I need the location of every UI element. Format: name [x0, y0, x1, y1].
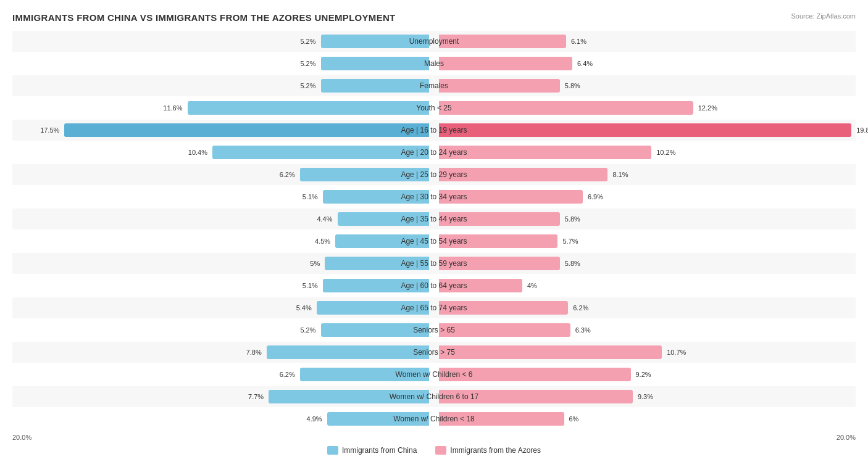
- legend-azores-label: Immigrants from the Azores: [450, 446, 541, 455]
- axis-bottom: 20.0% 20.0%: [12, 431, 856, 441]
- azores-value: 19.8%: [856, 126, 868, 134]
- azores-value: 6.9%: [588, 193, 603, 200]
- bar-china: 7.8%: [267, 345, 429, 359]
- bar-azores: 12.2%: [439, 101, 693, 115]
- azores-value: 5.8%: [565, 82, 580, 89]
- bar-china: 17.5%: [64, 123, 429, 137]
- bar-china: 5.2%: [321, 79, 430, 93]
- azores-value: 5.8%: [565, 260, 580, 267]
- chart-row: 11.6% Youth < 25 12.2%: [12, 97, 856, 118]
- china-value: 4.5%: [315, 238, 330, 245]
- chart-row: 5.2% Unemployment 6.1%: [12, 31, 856, 52]
- chart-title: IMMIGRANTS FROM CHINA VS IMMIGRANTS FROM…: [12, 12, 396, 23]
- legend: Immigrants from China Immigrants from th…: [12, 446, 856, 455]
- chart-row: 5.1% Age | 30 to 34 years 6.9%: [12, 186, 856, 207]
- chart-row: 6.2% Women w/ Children < 6 9.2%: [12, 364, 856, 385]
- china-value: 7.7%: [248, 393, 264, 400]
- bar-azores: 9.3%: [439, 390, 633, 403]
- bar-china: 5.2%: [321, 323, 430, 337]
- chart-row: 10.4% Age | 20 to 24 years 10.2%: [12, 142, 856, 163]
- bar-azores: 8.1%: [439, 168, 607, 181]
- china-value: 5.4%: [296, 304, 312, 312]
- china-value: 10.4%: [188, 149, 207, 156]
- bar-china: 5.2%: [321, 35, 430, 48]
- chart-row: 5.2% Males 6.4%: [12, 53, 856, 74]
- china-value: 6.2%: [280, 171, 295, 178]
- bar-china: 5.4%: [317, 301, 429, 315]
- azores-value: 4%: [527, 282, 537, 289]
- legend-azores-color: [435, 446, 446, 455]
- china-value: 5.2%: [300, 82, 315, 89]
- bar-china: 10.4%: [212, 146, 429, 159]
- bar-azores: 5.8%: [439, 79, 560, 93]
- legend-china: Immigrants from China: [327, 446, 417, 455]
- bar-azores: 5.8%: [439, 257, 560, 270]
- bar-azores: 10.2%: [439, 146, 651, 159]
- chart-row: 7.7% Women w/ Children 6 to 17 9.3%: [12, 386, 856, 407]
- chart-container: IMMIGRANTS FROM CHINA VS IMMIGRANTS FROM…: [12, 12, 856, 455]
- chart-row: 4.9% Women w/ Children < 18 6%: [12, 408, 856, 429]
- azores-value: 6%: [569, 415, 579, 423]
- bar-azores: 10.7%: [439, 345, 662, 359]
- bar-china: 7.7%: [269, 390, 429, 403]
- chart-row: 5.1% Age | 60 to 64 years 4%: [12, 275, 856, 296]
- china-value: 5.2%: [300, 38, 315, 45]
- bar-china: 5.2%: [321, 57, 430, 70]
- china-value: 5.2%: [300, 326, 315, 334]
- bar-azores: 6.2%: [439, 301, 568, 315]
- bar-azores: 19.8%: [439, 123, 851, 137]
- chart-row: 5.4% Age | 65 to 74 years 6.2%: [12, 297, 856, 318]
- bar-azores: 6.1%: [439, 35, 566, 48]
- azores-value: 6.1%: [571, 38, 586, 45]
- bar-china: 6.2%: [300, 368, 429, 381]
- chart-row: 17.5% Age | 16 to 19 years 19.8%: [12, 120, 856, 141]
- chart-row: 5.2% Seniors > 65 6.3%: [12, 320, 856, 341]
- bar-china: 5.1%: [323, 279, 429, 292]
- azores-value: 5.8%: [565, 215, 580, 223]
- azores-value: 6.3%: [575, 326, 591, 334]
- bar-azores: 4%: [439, 279, 522, 292]
- china-value: 4.9%: [307, 415, 322, 423]
- bar-azores: 6%: [439, 412, 564, 426]
- china-value: 5.1%: [303, 193, 318, 200]
- azores-value: 9.2%: [636, 371, 651, 378]
- china-value: 11.6%: [163, 104, 182, 112]
- legend-china-color: [327, 446, 338, 455]
- legend-china-label: Immigrants from China: [342, 446, 417, 455]
- azores-value: 6.2%: [573, 304, 588, 312]
- bar-china: 5.1%: [323, 190, 429, 204]
- azores-value: 9.3%: [638, 393, 653, 400]
- china-value: 4.4%: [317, 215, 332, 223]
- chart-area: 5.2% Unemployment 6.1% 5.2%: [12, 31, 856, 429]
- china-value: 7.8%: [246, 349, 262, 356]
- azores-value: 5.7%: [562, 238, 578, 245]
- chart-row: 4.4% Age | 35 to 44 years 5.8%: [12, 209, 856, 229]
- china-value: 5%: [310, 260, 320, 267]
- chart-source: Source: ZipAtlas.com: [791, 12, 856, 20]
- legend-azores: Immigrants from the Azores: [435, 446, 541, 455]
- axis-left-label: 20.0%: [12, 434, 31, 441]
- china-value: 5.1%: [303, 282, 318, 289]
- azores-value: 10.7%: [667, 349, 686, 356]
- bar-azores: 5.7%: [439, 234, 557, 248]
- china-value: 5.2%: [300, 60, 315, 67]
- bar-china: 4.5%: [335, 234, 429, 248]
- bar-china: 5%: [325, 257, 429, 270]
- bar-china: 4.9%: [327, 412, 429, 426]
- bar-azores: 9.2%: [439, 368, 631, 381]
- bar-azores: 6.4%: [439, 57, 572, 70]
- chart-row: 7.8% Seniors > 75 10.7%: [12, 342, 856, 363]
- bar-azores: 5.8%: [439, 212, 560, 226]
- azores-value: 12.2%: [698, 104, 717, 112]
- china-value: 17.5%: [40, 126, 59, 134]
- chart-row: 5% Age | 55 to 59 years 5.8%: [12, 253, 856, 274]
- bar-azores: 6.3%: [439, 323, 570, 337]
- chart-row: 6.2% Age | 25 to 29 years 8.1%: [12, 164, 856, 185]
- azores-value: 8.1%: [612, 171, 628, 178]
- chart-row: 5.2% Females 5.8%: [12, 75, 856, 96]
- azores-value: 6.4%: [577, 60, 593, 67]
- bar-china: 4.4%: [338, 212, 430, 226]
- chart-row: 4.5% Age | 45 to 54 years 5.7%: [12, 231, 856, 252]
- bar-china: 11.6%: [188, 101, 430, 115]
- axis-right-label: 20.0%: [837, 434, 856, 441]
